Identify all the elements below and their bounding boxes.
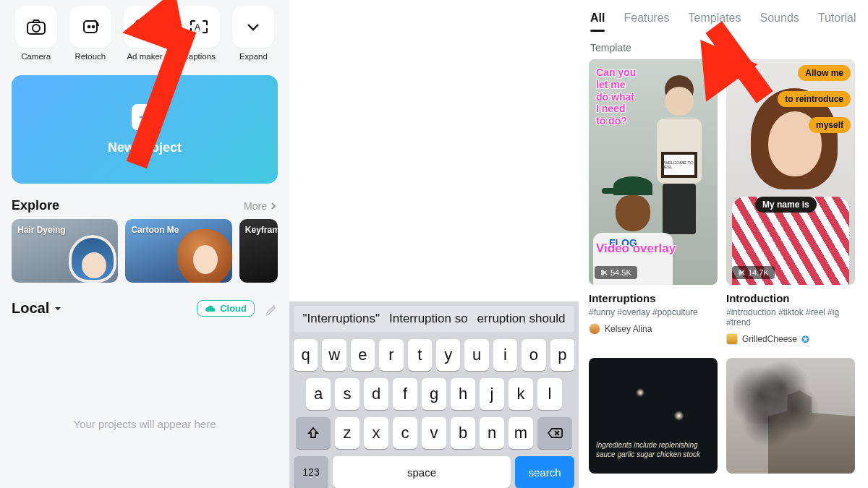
- key-m[interactable]: m: [509, 417, 533, 449]
- key-row-1: q w e r t y u i o p: [294, 339, 574, 371]
- explore-cards: Hair Dyeing Cartoon Me Keyframe: [12, 219, 278, 283]
- key-p[interactable]: p: [550, 339, 574, 371]
- dropdown-small-icon: [54, 305, 62, 312]
- scissors-icon: [600, 269, 608, 276]
- edit-icon[interactable]: [265, 302, 278, 315]
- tab-templates[interactable]: Templates: [689, 12, 741, 25]
- camera-icon: [26, 18, 46, 35]
- key-j[interactable]: j: [480, 378, 504, 410]
- key-s[interactable]: s: [335, 378, 359, 410]
- key-q[interactable]: q: [294, 339, 318, 371]
- keyboard: "Interruptions" Interruption so erruptio…: [289, 301, 579, 488]
- key-z[interactable]: z: [335, 417, 359, 449]
- cloud-button[interactable]: Cloud: [197, 300, 255, 317]
- template-thumb: Allow me to reintroduce myself My name i…: [726, 59, 855, 285]
- uses-badge: 14.7K: [732, 266, 775, 279]
- explore-card-cartoon[interactable]: Cartoon Me: [125, 219, 231, 283]
- svg-point-11: [739, 270, 741, 273]
- svg-point-3: [88, 26, 90, 28]
- template-grid: Can you let me do what I need to do? WEL…: [589, 59, 868, 345]
- svg-point-9: [602, 270, 604, 273]
- key-v[interactable]: v: [422, 417, 446, 449]
- key-i[interactable]: i: [493, 339, 517, 371]
- suggestion-2[interactable]: erruption should: [477, 312, 566, 326]
- template-grid-row2: Ingredients include replenishing sauce g…: [589, 358, 868, 474]
- tool-expand[interactable]: Expand: [229, 6, 278, 61]
- key-row-3: z x c v b n m: [294, 417, 574, 449]
- key-y[interactable]: y: [436, 339, 460, 371]
- suggestion-0[interactable]: "Interruptions": [302, 312, 380, 326]
- explore-card-keyframe[interactable]: Keyframe: [239, 219, 278, 283]
- tab-all[interactable]: All: [590, 12, 605, 25]
- template-card-interruptions[interactable]: Can you let me do what I need to do? WEL…: [589, 59, 718, 345]
- key-w[interactable]: w: [322, 339, 346, 371]
- retouch-icon: [80, 17, 101, 36]
- suggestions: "Interruptions" Interruption so erruptio…: [294, 306, 574, 332]
- explore-more[interactable]: More: [244, 200, 278, 212]
- key-c[interactable]: c: [393, 417, 417, 449]
- key-h[interactable]: h: [451, 378, 475, 410]
- explore-heading: Explore: [12, 198, 59, 213]
- key-a[interactable]: a: [306, 378, 331, 410]
- home-panel: Camera Retouch Ad Ad maker A Captions Ex…: [0, 0, 289, 488]
- template-title: Interruptions: [589, 292, 718, 304]
- tool-retouch[interactable]: Retouch: [66, 6, 114, 61]
- key-space[interactable]: space: [333, 456, 511, 488]
- key-l[interactable]: l: [537, 378, 562, 410]
- key-b[interactable]: b: [451, 417, 475, 449]
- key-row-bottom: 123 space search: [294, 456, 574, 488]
- tab-features[interactable]: Features: [624, 12, 669, 25]
- key-n[interactable]: n: [480, 417, 504, 449]
- tool-camera[interactable]: Camera: [12, 6, 60, 61]
- key-search[interactable]: search: [515, 456, 574, 488]
- key-d[interactable]: d: [364, 378, 388, 410]
- template-title: Introduction: [726, 292, 855, 304]
- backspace-icon: [547, 427, 563, 439]
- verified-icon: ✪: [801, 334, 809, 345]
- key-t[interactable]: t: [408, 339, 432, 371]
- key-g[interactable]: g: [422, 378, 446, 410]
- key-u[interactable]: u: [464, 339, 488, 371]
- template-tags: #introduction #tiktok #reel #ig #trend: [726, 307, 855, 328]
- key-shift[interactable]: [296, 417, 331, 449]
- suggestion-1[interactable]: Interruption so: [389, 312, 468, 326]
- svg-point-12: [739, 273, 741, 275]
- template-card-dispersion[interactable]: [726, 358, 855, 474]
- template-author[interactable]: Kelsey Alina: [589, 323, 718, 335]
- tab-tutorial[interactable]: Tutorial: [818, 12, 856, 25]
- uses-badge: 54.5K: [595, 266, 637, 279]
- tab-sounds[interactable]: Sounds: [760, 12, 799, 25]
- explore-card-hair[interactable]: Hair Dyeing: [12, 219, 118, 283]
- svg-point-4: [92, 26, 94, 28]
- template-thumb: Can you let me do what I need to do? WEL…: [589, 59, 718, 285]
- svg-point-1: [33, 25, 40, 32]
- local-empty-text: Your projects will appear here: [12, 418, 278, 430]
- template-author[interactable]: GrilledCheese✪: [726, 333, 855, 345]
- key-o[interactable]: o: [522, 339, 545, 371]
- key-k[interactable]: k: [509, 378, 533, 410]
- template-tags: #funny #overlay #popculture: [589, 307, 718, 317]
- cloud-icon: [205, 304, 216, 313]
- key-r[interactable]: r: [379, 339, 403, 371]
- template-card-recipe[interactable]: Ingredients include replenishing sauce g…: [589, 358, 718, 474]
- key-e[interactable]: e: [351, 339, 375, 371]
- avatar: [589, 323, 600, 335]
- key-f[interactable]: f: [393, 378, 417, 410]
- local-heading[interactable]: Local: [12, 300, 62, 317]
- chevron-right-icon: [269, 202, 278, 210]
- center-panel: "Interruptions" Interruption so erruptio…: [289, 0, 579, 488]
- svg-point-10: [602, 273, 604, 275]
- key-backspace[interactable]: [537, 417, 572, 449]
- shift-icon: [307, 427, 320, 440]
- key-row-2: a s d f g h j k l: [294, 378, 574, 410]
- chevron-down-icon: [245, 19, 261, 35]
- avatar: [726, 333, 738, 345]
- scissors-icon: [738, 269, 745, 276]
- key-123[interactable]: 123: [294, 456, 328, 488]
- key-x[interactable]: x: [364, 417, 388, 449]
- template-card-introduction[interactable]: Allow me to reintroduce myself My name i…: [726, 59, 855, 345]
